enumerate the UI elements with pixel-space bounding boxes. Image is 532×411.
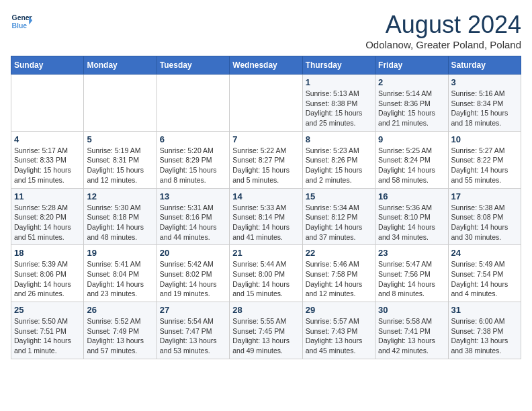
calendar-cell: 2Sunrise: 5:14 AMSunset: 8:36 PMDaylight… — [375, 75, 448, 132]
calendar-cell: 4Sunrise: 5:17 AMSunset: 8:33 PMDaylight… — [11, 131, 84, 188]
calendar-cell: 10Sunrise: 5:27 AMSunset: 8:22 PMDayligh… — [448, 131, 521, 188]
calendar-cell: 13Sunrise: 5:31 AMSunset: 8:16 PMDayligh… — [157, 188, 229, 245]
weekday-header-monday: Monday — [84, 56, 157, 75]
cell-date-number: 6 — [160, 134, 226, 144]
calendar-table: SundayMondayTuesdayWednesdayThursdayFrid… — [11, 56, 521, 359]
calendar-cell: 1Sunrise: 5:13 AMSunset: 8:38 PMDaylight… — [302, 75, 375, 132]
cell-sun-info: Sunrise: 5:46 AMSunset: 7:58 PMDaylight:… — [306, 259, 372, 299]
cell-date-number: 27 — [160, 305, 226, 315]
calendar-cell: 3Sunrise: 5:16 AMSunset: 8:34 PMDaylight… — [448, 75, 521, 132]
location-subtitle: Odolanow, Greater Poland, Poland — [365, 39, 521, 50]
calendar-cell: 22Sunrise: 5:46 AMSunset: 7:58 PMDayligh… — [302, 245, 375, 302]
cell-sun-info: Sunrise: 5:31 AMSunset: 8:16 PMDaylight:… — [160, 203, 226, 242]
cell-sun-info: Sunrise: 5:22 AMSunset: 8:27 PMDaylight:… — [232, 146, 299, 185]
calendar-cell: 26Sunrise: 5:52 AMSunset: 7:49 PMDayligh… — [84, 302, 157, 359]
cell-sun-info: Sunrise: 5:17 AMSunset: 8:33 PMDaylight:… — [14, 146, 81, 185]
cell-sun-info: Sunrise: 5:41 AMSunset: 8:04 PMDaylight:… — [87, 259, 153, 299]
cell-date-number: 14 — [232, 191, 299, 201]
cell-date-number: 24 — [451, 248, 518, 258]
cell-date-number: 5 — [87, 134, 153, 144]
weekday-header-sunday: Sunday — [11, 56, 84, 75]
cell-sun-info: Sunrise: 5:50 AMSunset: 7:51 PMDaylight:… — [14, 316, 81, 356]
cell-sun-info: Sunrise: 5:38 AMSunset: 8:08 PMDaylight:… — [451, 203, 518, 242]
calendar-cell: 19Sunrise: 5:41 AMSunset: 8:04 PMDayligh… — [84, 245, 157, 302]
calendar-cell: 5Sunrise: 5:19 AMSunset: 8:31 PMDaylight… — [84, 131, 157, 188]
cell-sun-info: Sunrise: 6:00 AMSunset: 7:38 PMDaylight:… — [451, 316, 518, 356]
calendar-cell: 23Sunrise: 5:47 AMSunset: 7:56 PMDayligh… — [375, 245, 448, 302]
cell-date-number: 4 — [14, 134, 81, 144]
cell-sun-info: Sunrise: 5:13 AMSunset: 8:38 PMDaylight:… — [306, 89, 372, 128]
calendar-cell: 7Sunrise: 5:22 AMSunset: 8:27 PMDaylight… — [230, 131, 302, 188]
cell-sun-info: Sunrise: 5:39 AMSunset: 8:06 PMDaylight:… — [14, 259, 81, 299]
calendar-cell — [11, 75, 84, 132]
cell-sun-info: Sunrise: 5:36 AMSunset: 8:10 PMDaylight:… — [378, 203, 445, 242]
cell-date-number: 29 — [306, 305, 372, 315]
cell-sun-info: Sunrise: 5:49 AMSunset: 7:54 PMDaylight:… — [451, 259, 518, 299]
cell-date-number: 8 — [306, 134, 372, 144]
title-area: August 2024 Odolanow, Greater Poland, Po… — [365, 11, 521, 50]
cell-date-number: 10 — [451, 134, 518, 144]
cell-date-number: 22 — [306, 248, 372, 258]
cell-date-number: 11 — [14, 191, 81, 201]
calendar-cell: 17Sunrise: 5:38 AMSunset: 8:08 PMDayligh… — [448, 188, 521, 245]
cell-sun-info: Sunrise: 5:47 AMSunset: 7:56 PMDaylight:… — [378, 259, 445, 299]
calendar-cell: 25Sunrise: 5:50 AMSunset: 7:51 PMDayligh… — [11, 302, 84, 359]
calendar-cell: 18Sunrise: 5:39 AMSunset: 8:06 PMDayligh… — [11, 245, 84, 302]
weekday-header-wednesday: Wednesday — [230, 56, 302, 75]
cell-date-number: 1 — [306, 77, 372, 87]
cell-date-number: 3 — [451, 77, 518, 87]
cell-sun-info: Sunrise: 5:55 AMSunset: 7:45 PMDaylight:… — [232, 316, 299, 356]
cell-sun-info: Sunrise: 5:44 AMSunset: 8:00 PMDaylight:… — [232, 259, 299, 299]
calendar-cell: 30Sunrise: 5:58 AMSunset: 7:41 PMDayligh… — [375, 302, 448, 359]
cell-sun-info: Sunrise: 5:14 AMSunset: 8:36 PMDaylight:… — [378, 89, 445, 128]
calendar-cell: 27Sunrise: 5:54 AMSunset: 7:47 PMDayligh… — [157, 302, 229, 359]
cell-date-number: 30 — [378, 305, 445, 315]
calendar-cell — [230, 75, 302, 132]
weekday-header-friday: Friday — [375, 56, 448, 75]
svg-text:Blue: Blue — [12, 22, 28, 30]
page-header: General Blue August 2024 Odolanow, Great… — [11, 11, 521, 50]
cell-sun-info: Sunrise: 5:30 AMSunset: 8:18 PMDaylight:… — [87, 203, 153, 242]
cell-date-number: 15 — [306, 191, 372, 201]
calendar-cell: 14Sunrise: 5:33 AMSunset: 8:14 PMDayligh… — [230, 188, 302, 245]
calendar-cell — [84, 75, 157, 132]
weekday-header-saturday: Saturday — [448, 56, 521, 75]
cell-date-number: 31 — [451, 305, 518, 315]
cell-sun-info: Sunrise: 5:23 AMSunset: 8:26 PMDaylight:… — [306, 146, 372, 185]
cell-date-number: 16 — [378, 191, 445, 201]
calendar-cell: 6Sunrise: 5:20 AMSunset: 8:29 PMDaylight… — [157, 131, 229, 188]
weekday-header-tuesday: Tuesday — [157, 56, 229, 75]
logo: General Blue — [11, 11, 32, 32]
cell-date-number: 25 — [14, 305, 81, 315]
calendar-cell: 16Sunrise: 5:36 AMSunset: 8:10 PMDayligh… — [375, 188, 448, 245]
cell-date-number: 21 — [232, 248, 299, 258]
weekday-header-thursday: Thursday — [302, 56, 375, 75]
cell-sun-info: Sunrise: 5:33 AMSunset: 8:14 PMDaylight:… — [232, 203, 299, 242]
cell-sun-info: Sunrise: 5:58 AMSunset: 7:41 PMDaylight:… — [378, 316, 445, 356]
calendar-cell: 24Sunrise: 5:49 AMSunset: 7:54 PMDayligh… — [448, 245, 521, 302]
cell-date-number: 7 — [232, 134, 299, 144]
cell-date-number: 13 — [160, 191, 226, 201]
calendar-cell: 28Sunrise: 5:55 AMSunset: 7:45 PMDayligh… — [230, 302, 302, 359]
cell-date-number: 18 — [14, 248, 81, 258]
cell-sun-info: Sunrise: 5:25 AMSunset: 8:24 PMDaylight:… — [378, 146, 445, 185]
cell-date-number: 19 — [87, 248, 153, 258]
logo-icon: General Blue — [11, 11, 32, 32]
cell-date-number: 2 — [378, 77, 445, 87]
cell-sun-info: Sunrise: 5:20 AMSunset: 8:29 PMDaylight:… — [160, 146, 226, 185]
calendar-cell: 12Sunrise: 5:30 AMSunset: 8:18 PMDayligh… — [84, 188, 157, 245]
cell-sun-info: Sunrise: 5:16 AMSunset: 8:34 PMDaylight:… — [451, 89, 518, 128]
cell-date-number: 28 — [232, 305, 299, 315]
calendar-cell: 31Sunrise: 6:00 AMSunset: 7:38 PMDayligh… — [448, 302, 521, 359]
calendar-cell: 29Sunrise: 5:57 AMSunset: 7:43 PMDayligh… — [302, 302, 375, 359]
calendar-cell: 9Sunrise: 5:25 AMSunset: 8:24 PMDaylight… — [375, 131, 448, 188]
cell-date-number: 20 — [160, 248, 226, 258]
calendar-cell: 8Sunrise: 5:23 AMSunset: 8:26 PMDaylight… — [302, 131, 375, 188]
cell-sun-info: Sunrise: 5:27 AMSunset: 8:22 PMDaylight:… — [451, 146, 518, 185]
cell-date-number: 23 — [378, 248, 445, 258]
calendar-cell: 11Sunrise: 5:28 AMSunset: 8:20 PMDayligh… — [11, 188, 84, 245]
calendar-cell — [157, 75, 229, 132]
calendar-cell: 15Sunrise: 5:34 AMSunset: 8:12 PMDayligh… — [302, 188, 375, 245]
calendar-cell: 21Sunrise: 5:44 AMSunset: 8:00 PMDayligh… — [230, 245, 302, 302]
cell-date-number: 17 — [451, 191, 518, 201]
